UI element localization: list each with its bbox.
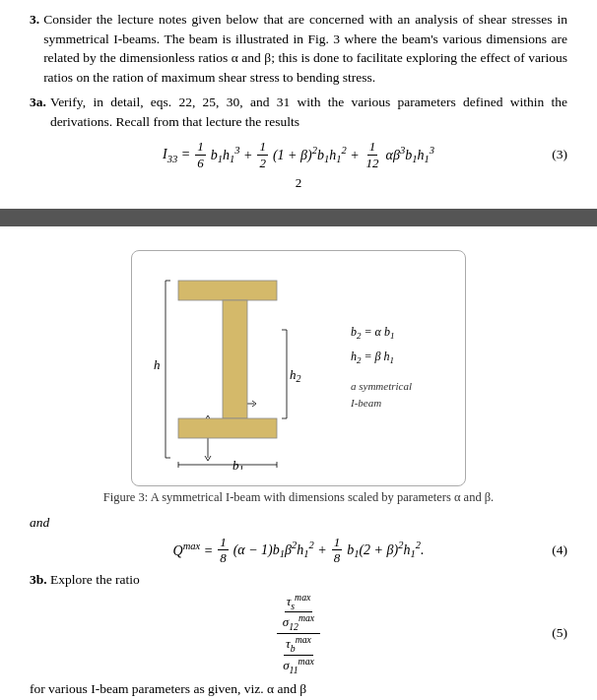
and-label: and bbox=[30, 515, 567, 531]
legend-line-2: h2 = β h1 bbox=[351, 348, 412, 368]
text-section-top: 3. Consider the lecture notes given belo… bbox=[0, 0, 597, 201]
equation-4-number: (4) bbox=[552, 542, 567, 558]
figure-section: h h2 h1 bbox=[0, 234, 597, 511]
equation-3-block: I33 = 1 6 b1h13 + 1 2 (1 + β)2b1h12 + 1 … bbox=[30, 139, 567, 170]
section-divider bbox=[0, 209, 597, 226]
problem-3a-label: 3a. bbox=[30, 93, 46, 131]
eq4-lhs: Qmax = bbox=[173, 541, 214, 559]
svg-line-19 bbox=[252, 404, 256, 407]
legend-line-1: b2 = α b1 bbox=[351, 323, 412, 344]
svg-rect-21 bbox=[178, 281, 277, 300]
svg-text:h: h bbox=[154, 357, 161, 372]
eq4-frac1: 1 8 bbox=[218, 535, 229, 566]
figure-legend: b2 = α b1 h2 = β h1 a symmetricalI-beam bbox=[351, 323, 412, 413]
figure-container: h h2 h1 bbox=[30, 250, 567, 486]
eq4-frac2: 1 8 bbox=[332, 535, 343, 566]
ibeam-diagram: h h2 h1 bbox=[144, 263, 341, 474]
problem-3-text: Consider the lecture notes given below t… bbox=[43, 10, 567, 87]
problem-3-para: 3. Consider the lecture notes given belo… bbox=[30, 10, 567, 87]
eq3-term1: b1h13 + bbox=[211, 145, 253, 164]
figure-caption: Figure 3: A symmetrical I-beam with dime… bbox=[30, 490, 567, 505]
eq4-term2: b1(2 + β)2h12. bbox=[347, 540, 424, 559]
eq3-term2: (1 + β)2b1h12 + bbox=[273, 145, 360, 164]
equation-5-block: τsmax σ12max τbmax σ11max (5) bbox=[30, 592, 567, 675]
equation-3: I33 = 1 6 b1h13 + 1 2 (1 + β)2b1h12 + 1 … bbox=[163, 139, 434, 170]
eq5-inner-den-frac: τbmax σ11max bbox=[281, 634, 316, 675]
problem-3b-label: 3b. bbox=[30, 572, 47, 587]
eq3-lhs: I33 = bbox=[163, 147, 190, 164]
eq4-term1: (α − 1)b1β2h12 + bbox=[233, 540, 327, 559]
equation-5-number: (5) bbox=[552, 625, 567, 641]
equation-4-block: Qmax = 1 8 (α − 1)b1β2h12 + 1 8 b1(2 + β… bbox=[30, 535, 567, 566]
legend-label: a symmetricalI-beam bbox=[351, 378, 412, 413]
svg-rect-23 bbox=[178, 418, 277, 438]
equation-4: Qmax = 1 8 (α − 1)b1β2h12 + 1 8 b1(2 + β… bbox=[173, 535, 425, 566]
svg-line-18 bbox=[252, 401, 256, 404]
final-text: for various I-beam parameters as given, … bbox=[30, 679, 567, 699]
problem-3a-para: 3a. Verify, in detail, eqs. 22, 25, 30, … bbox=[30, 93, 567, 131]
eq5-outer-frac: τsmax σ12max τbmax σ11max bbox=[277, 592, 320, 675]
equation-3-number: (3) bbox=[552, 147, 567, 162]
problem-3a-text: Verify, in detail, eqs. 22, 25, 30, and … bbox=[50, 93, 567, 131]
eq3-frac2: 1 2 bbox=[257, 139, 268, 170]
equation-5: τsmax σ12max τbmax σ11max bbox=[275, 592, 322, 675]
page-number: 2 bbox=[30, 175, 567, 191]
ibeam-svg: h h2 h1 bbox=[144, 263, 341, 470]
problem-3b-text: Explore the ratio bbox=[50, 572, 140, 587]
svg-text:b1: b1 bbox=[232, 458, 244, 470]
page: 3. Consider the lecture notes given belo… bbox=[0, 0, 597, 700]
svg-text:h2: h2 bbox=[290, 367, 301, 384]
eq3-term3: αβ3b1h13 bbox=[386, 145, 434, 164]
figure-box: h h2 h1 bbox=[131, 250, 466, 486]
problem-3-number: 3. bbox=[30, 10, 39, 87]
eq5-inner-num-frac: τsmax σ12max bbox=[281, 592, 316, 633]
svg-line-13 bbox=[208, 456, 211, 461]
eq3-frac1: 1 6 bbox=[195, 139, 206, 170]
problem-3b-heading: 3b. Explore the ratio bbox=[30, 572, 567, 588]
svg-line-12 bbox=[205, 456, 208, 461]
eq3-frac3: 1 12 bbox=[365, 139, 381, 170]
svg-rect-22 bbox=[223, 300, 247, 418]
bottom-section: and Qmax = 1 8 (α − 1)b1β2h12 + 1 8 b1(2… bbox=[0, 511, 597, 700]
